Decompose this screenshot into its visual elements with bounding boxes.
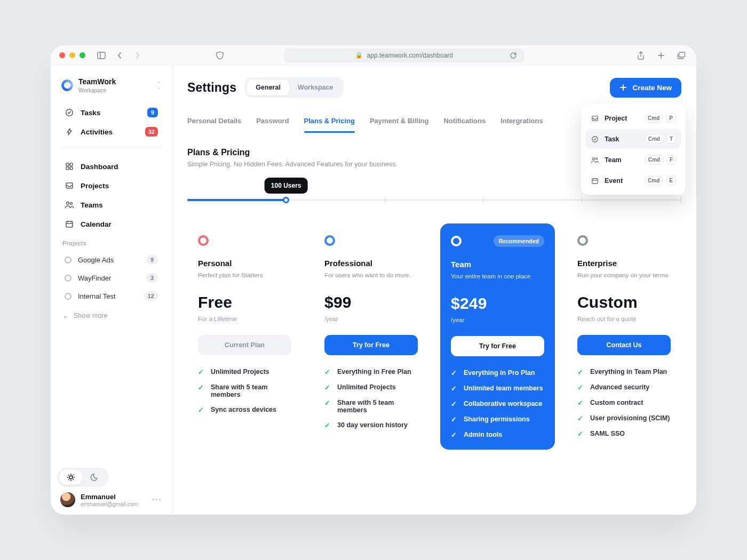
more-icon[interactable]: ··· [152, 495, 162, 505]
shield-icon[interactable] [213, 49, 226, 62]
plan-cta-button[interactable]: Try for Free [451, 336, 544, 356]
check-icon: ✓ [577, 383, 585, 391]
plan-features: ✓Everything in Pro Plan✓Unlimited team m… [451, 369, 544, 439]
project-label: WayFinder [78, 274, 111, 282]
plan-ring-icon [577, 235, 588, 246]
show-more-button[interactable]: ⌄ Show more [57, 307, 165, 324]
users-icon [65, 200, 74, 210]
create-new-label: Create New [632, 84, 672, 92]
segment-general[interactable]: General [247, 79, 289, 95]
plan-name: Enterprise [577, 259, 671, 268]
slider-thumb[interactable] [283, 197, 289, 203]
sidebar-item-label: Calendar [81, 220, 112, 228]
minimize-icon[interactable] [69, 52, 75, 58]
tab-password[interactable]: Password [256, 117, 289, 132]
projects-heading: Projects [57, 236, 165, 249]
popover-item-project[interactable]: Project CmdP [585, 108, 681, 128]
plan-cta-button[interactable]: Contact Us [577, 335, 671, 355]
feature-text: User provisioning (SCIM) [590, 414, 670, 422]
sidebar: TeamWork Workspace ⌃⌃ Tasks 9 Activities… [51, 66, 172, 515]
bolt-icon [65, 127, 74, 137]
chevron-down-icon: ⌄ [62, 311, 68, 319]
sidebar-item-projects[interactable]: Projects [59, 176, 163, 195]
share-icon[interactable] [634, 49, 647, 62]
check-icon: ✓ [451, 431, 458, 439]
plan-price: $99 [324, 293, 418, 311]
dark-mode-button[interactable] [83, 470, 106, 485]
tabs-icon[interactable] [675, 49, 688, 62]
feature-text: Share with 5 team members [337, 399, 418, 414]
sidebar-project-item[interactable]: WayFinder 3 [59, 269, 163, 287]
tray-icon [65, 181, 74, 190]
project-count: 9 [146, 255, 158, 265]
sidebar-item-label: Activities [81, 128, 113, 136]
popover-item-team[interactable]: Team CmdF [585, 150, 681, 170]
slider-tooltip: 100 Users [265, 178, 308, 194]
svg-rect-5 [70, 163, 73, 166]
feature-text: Unlimited team members [464, 385, 543, 393]
workspace-switcher[interactable]: TeamWork Workspace ⌃⌃ [57, 74, 165, 101]
svg-rect-7 [70, 167, 73, 170]
check-icon: ✓ [577, 430, 585, 438]
window-controls [59, 52, 85, 58]
show-more-label: Show more [74, 312, 107, 319]
create-new-button[interactable]: Create New [610, 78, 681, 98]
user-profile[interactable]: Emmanuel emmanuel@gmail.com ··· [57, 487, 165, 507]
check-icon: ✓ [577, 414, 585, 422]
new-tab-icon[interactable] [655, 49, 667, 62]
divider [60, 148, 162, 148]
url-bar[interactable]: 🔒 app.teamwork.com/dashboard [284, 49, 524, 62]
feature-text: Share with 5 team members [211, 383, 291, 398]
theme-toggle[interactable] [57, 468, 108, 487]
tab-payment-billing[interactable]: Payment & Billing [370, 117, 429, 132]
event-icon [591, 177, 599, 185]
light-mode-button[interactable] [59, 470, 83, 485]
tab-plans-pricing[interactable]: Plans & Pricing [304, 117, 355, 132]
tab-personal-details[interactable]: Personal Details [187, 117, 241, 132]
popover-item-task[interactable]: Task CmdT [585, 129, 681, 149]
check-icon: ✓ [577, 368, 585, 376]
sidebar-project-item[interactable]: Google Ads 9 [59, 251, 163, 269]
plan-features: ✓Everything in Free Plan✓Unlimited Proje… [324, 368, 418, 429]
sidebar-item-tasks[interactable]: Tasks 9 [59, 103, 163, 122]
plan-price: Free [198, 293, 291, 311]
plan-cta-button[interactable]: Current Plan [198, 335, 291, 355]
tab-notifications[interactable]: Notifications [443, 117, 486, 132]
calendar-icon [65, 219, 74, 229]
plan-personal: Personal Perfect plan for Starters Free … [187, 223, 302, 450]
keyboard-shortcut: CmdP [645, 114, 676, 123]
segment-workspace[interactable]: Workspace [289, 79, 341, 95]
sidebar-item-dashboard[interactable]: Dashboard [59, 157, 163, 176]
feature-text: SAML SSO [590, 430, 625, 438]
feature-text: Collaborative workspace [464, 400, 542, 408]
close-icon[interactable] [59, 52, 65, 58]
circle-icon [65, 257, 71, 263]
workspace-logo-icon [61, 79, 73, 91]
feature-text: Unlimited Projects [337, 383, 396, 391]
sidebar-toggle-icon[interactable] [95, 49, 108, 62]
sidebar-project-item[interactable]: Internal Test 12 [59, 287, 163, 305]
check-icon: ✓ [198, 368, 205, 376]
check-icon: ✓ [324, 421, 332, 429]
feature-text: Everything in Team Plan [590, 368, 667, 376]
popover-item-event[interactable]: Event CmdE [585, 171, 681, 190]
check-circle-icon [65, 108, 74, 117]
plan-description: Perfect plan for Starters [198, 272, 291, 278]
forward-icon[interactable] [131, 49, 144, 62]
check-icon: ✓ [324, 383, 332, 391]
maximize-icon[interactable] [80, 52, 85, 58]
svg-point-16 [595, 158, 598, 160]
back-icon[interactable] [113, 49, 126, 62]
tab-intergrations[interactable]: Intergrations [500, 117, 543, 132]
refresh-icon[interactable] [507, 49, 520, 62]
svg-point-15 [592, 157, 594, 159]
popover-item-label: Team [605, 156, 622, 164]
sidebar-item-teams[interactable]: Teams [59, 195, 163, 214]
plan-description: Your entire team in one place [451, 273, 544, 279]
plan-ring-icon [324, 235, 335, 246]
sidebar-item-calendar[interactable]: Calendar [59, 214, 163, 234]
plan-cta-button[interactable]: Try for Free [324, 335, 418, 355]
plan-name: Personal [198, 259, 291, 268]
create-new-popover: Project CmdP Task CmdT Team CmdF Event C… [581, 104, 686, 195]
sidebar-item-activities[interactable]: Activities 32 [59, 122, 163, 141]
